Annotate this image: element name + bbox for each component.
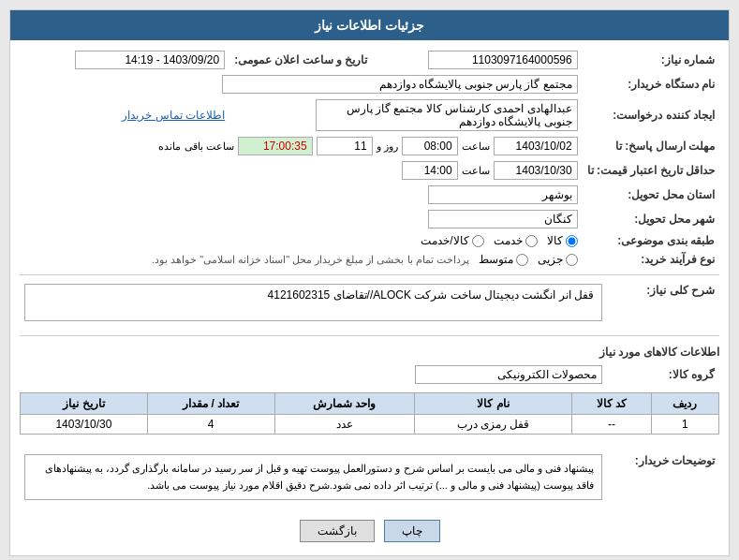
cell-vahed: عدد bbox=[274, 415, 414, 435]
grooh-value: محصولات الکترونیکی bbox=[415, 365, 602, 384]
ettelaat-tamas-link[interactable]: اطلاعات تماس خریدار bbox=[122, 109, 225, 122]
page-header: جزئیات اطلاعات نیاز bbox=[10, 10, 729, 40]
kala-table: ردیف کد کالا نام کالا واحد شمارش تعداد /… bbox=[20, 392, 719, 435]
divider-1 bbox=[20, 274, 719, 275]
ijad-label: ایجاد کننده درخواست: bbox=[583, 96, 719, 134]
naam-dastgah-label: نام دستگاه خریدار: bbox=[583, 72, 719, 96]
row-naam-dastgah: نام دستگاه خریدار: مجتمع گاز پارس جنوبی … bbox=[20, 72, 719, 96]
tabagheh-khedmat-radio[interactable] bbox=[525, 235, 538, 247]
grooh-table: گروه کالا: محصولات الکترونیکی bbox=[20, 362, 719, 387]
nooe-desc: پرداخت تمام با بخشی از مبلغ خریدار محل "… bbox=[152, 254, 469, 266]
page-title: جزئیات اطلاعات نیاز bbox=[315, 18, 424, 33]
naam-dastgah-value: مجتمع گاز پارس جنوبی پالایشگاه دوازدهم bbox=[222, 75, 578, 94]
nooe-motavaset-radio[interactable] bbox=[516, 254, 528, 266]
chap-button[interactable]: چاپ bbox=[384, 520, 440, 542]
mohlat-rooz: 11 bbox=[317, 137, 373, 155]
tabagheh-khedmat-label: خدمت bbox=[494, 234, 523, 247]
mohlat-remaining: 17:00:35 bbox=[238, 137, 313, 155]
cell-tarikh: 1403/10/30 bbox=[21, 415, 148, 435]
tabagheh-kala-label: کالا bbox=[547, 234, 563, 247]
table-row: 1 -- قفل رمزی درب عدد 4 1403/10/30 bbox=[21, 415, 719, 435]
tabagheh-khedmat-option[interactable]: خدمت bbox=[494, 234, 538, 247]
tabagheh-label: طبقه بندی موضوعی: bbox=[583, 231, 719, 250]
sarh-table: شرح کلی نیاز: قفل انر انگشت دیجیتال ساخت… bbox=[20, 281, 719, 330]
tarikh-value: 1403/09/20 - 14:19 bbox=[75, 51, 225, 69]
col-vahed: واحد شمارش bbox=[274, 393, 414, 415]
row-hadaghal: حداقل تاریخ اعتبار قیمت: تا 1403/10/30 س… bbox=[20, 158, 719, 183]
sarh-value: قفل انر انگشت دیجیتال ساخت شرکت ALOCK//ت… bbox=[24, 284, 602, 321]
row-shahr: شهر محل تحویل: کنگان bbox=[20, 207, 719, 231]
bazgasht-button[interactable]: بازگشت bbox=[300, 520, 375, 542]
kala-table-header: ردیف کد کالا نام کالا واحد شمارش تعداد /… bbox=[21, 393, 719, 415]
main-form-table: شماره نیاز: 1103097164000596 تاریخ و ساع… bbox=[20, 48, 719, 269]
ettelaat-section-title: اطلاعات کالاهای مورد نیاز bbox=[20, 342, 719, 362]
row-notice: توضیحات خریدار: پیشنهاد فنی و مالی می با… bbox=[20, 451, 719, 508]
hadaghal-saat: 14:00 bbox=[402, 161, 458, 180]
sarh-label: شرح کلی نیاز: bbox=[607, 281, 719, 330]
tabagheh-kala-khedmat-label: کالا/خدمت bbox=[421, 234, 468, 247]
divider-2 bbox=[20, 335, 719, 336]
remaining-label: ساعت باقی مانده bbox=[158, 140, 233, 153]
nooe-jozii-label: جزیی bbox=[538, 253, 563, 266]
grooh-label: گروه کالا: bbox=[607, 362, 719, 387]
kala-header-row: ردیف کد کالا نام کالا واحد شمارش تعداد /… bbox=[21, 393, 719, 415]
row-ostan: استان محل تحویل: بوشهر bbox=[20, 183, 719, 207]
hadaghal-label: حداقل تاریخ اعتبار قیمت: تا bbox=[583, 158, 719, 183]
hadaghal-saat-label: ساعت bbox=[462, 165, 490, 177]
row-shomara-tarikh: شماره نیاز: 1103097164000596 تاریخ و ساع… bbox=[20, 48, 719, 72]
row-tabagheh: طبقه بندی موضوعی: کالا خدمت bbox=[20, 231, 719, 250]
hadaghal-date: 1403/10/30 bbox=[494, 161, 578, 180]
mohlat-row: 1403/10/02 ساعت 08:00 روز و 11 17:00:35 … bbox=[24, 137, 578, 155]
ijad-value: عبدالهادی احمدی کارشناس کالا مجتمع گاز پ… bbox=[316, 99, 578, 131]
nooe-jozii-radio[interactable] bbox=[566, 254, 578, 266]
nooe-radio-group: جزیی متوسط پرداخت تمام با بخشی از مبلغ خ… bbox=[24, 253, 578, 266]
saat-label: ساعت bbox=[462, 140, 490, 153]
tarikh-label: تاریخ و ساعت اعلان عمومی: bbox=[229, 48, 372, 72]
notice-label: توضیحات خریدار: bbox=[607, 451, 719, 508]
col-naam: نام کالا bbox=[414, 393, 571, 415]
tabagheh-kala-option[interactable]: کالا bbox=[547, 234, 578, 247]
tabagheh-kala-khedmat-option[interactable]: کالا/خدمت bbox=[421, 234, 483, 247]
shomara-niaz-label: شماره نیاز: bbox=[583, 48, 719, 72]
row-ijad: ایجاد کننده درخواست: عبدالهادی احمدی کار… bbox=[20, 96, 719, 134]
nooe-jozii-option[interactable]: جزیی bbox=[538, 253, 578, 266]
row-grooh: گروه کالا: محصولات الکترونیکی bbox=[20, 362, 719, 387]
cell-kod: -- bbox=[572, 415, 651, 435]
ostan-value: بوشهر bbox=[428, 185, 578, 204]
nooe-farayand-label: نوع فرآیند خرید: bbox=[583, 250, 719, 269]
col-tarikh: تاریخ نیاز bbox=[21, 393, 148, 415]
col-tedad: تعداد / مقدار bbox=[147, 393, 274, 415]
cell-tedad: 4 bbox=[147, 415, 274, 435]
notice-table: توضیحات خریدار: پیشنهاد فنی و مالی می با… bbox=[20, 451, 719, 508]
hadaghal-row: 1403/10/30 ساعت 14:00 bbox=[24, 161, 578, 180]
content-area: شماره نیاز: 1103097164000596 تاریخ و ساع… bbox=[10, 40, 729, 555]
col-kod: کد کالا bbox=[572, 393, 651, 415]
rooz-label: روز و bbox=[377, 140, 398, 153]
nooe-motavaset-label: متوسط bbox=[479, 253, 513, 266]
tabagheh-radio-group: کالا خدمت کالا/خدمت bbox=[24, 234, 578, 247]
col-radif: ردیف bbox=[651, 393, 718, 415]
row-nooe-farayand: نوع فرآیند خرید: جزیی متوسط پرداخت تمام … bbox=[20, 250, 719, 269]
shomara-niaz-value: 1103097164000596 bbox=[428, 51, 578, 69]
mohlat-date: 1403/10/02 bbox=[494, 137, 578, 155]
button-row: چاپ بازگشت bbox=[20, 514, 719, 548]
ostan-label: استان محل تحویل: bbox=[583, 183, 719, 207]
shahr-label: شهر محل تحویل: bbox=[583, 207, 719, 231]
mohlat-saat: 08:00 bbox=[402, 137, 458, 155]
notice-text: پیشنهاد فنی و مالی می بایست بر اساس شرح … bbox=[24, 454, 602, 500]
tabagheh-kala-khedmat-radio[interactable] bbox=[472, 235, 484, 247]
row-sarh: شرح کلی نیاز: قفل انر انگشت دیجیتال ساخت… bbox=[20, 281, 719, 330]
cell-radif: 1 bbox=[651, 415, 718, 435]
page-container: جزئیات اطلاعات نیاز شماره نیاز: 11030971… bbox=[9, 9, 730, 556]
shahr-value: کنگان bbox=[428, 210, 578, 228]
kala-table-body: 1 -- قفل رمزی درب عدد 4 1403/10/30 bbox=[21, 415, 719, 435]
row-mohlat: مهلت ارسال پاسخ: تا 1403/10/02 ساعت 08:0… bbox=[20, 134, 719, 158]
cell-naam: قفل رمزی درب bbox=[414, 415, 571, 435]
nooe-motavaset-option[interactable]: متوسط bbox=[479, 253, 528, 266]
mohlat-label: مهلت ارسال پاسخ: تا bbox=[583, 134, 719, 158]
tabagheh-kala-radio[interactable] bbox=[566, 235, 578, 247]
